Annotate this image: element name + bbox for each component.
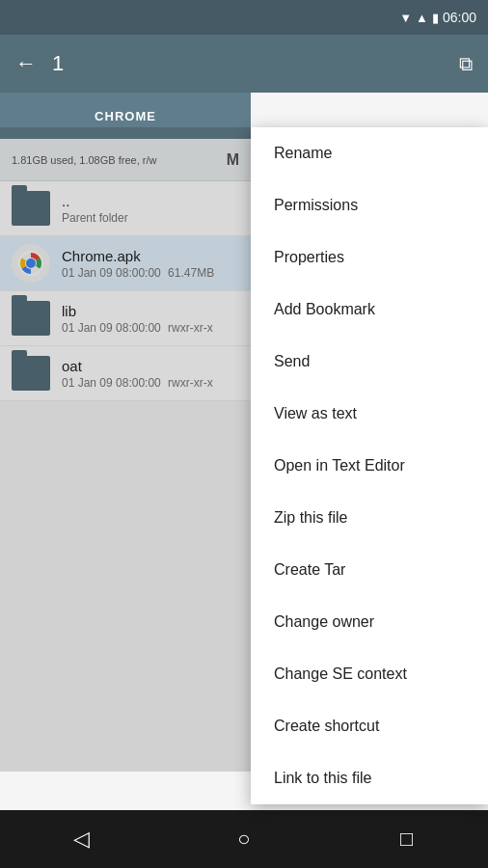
menu-item-create-shortcut[interactable]: Create shortcut <box>251 700 488 752</box>
signal-icon: ▲ <box>416 11 428 25</box>
wifi-icon: ▼ <box>399 11 412 25</box>
nav-bar: ◁ ○ □ <box>0 810 488 868</box>
status-icons: ▼ ▲ ▮ 06:00 <box>399 10 476 25</box>
status-bar: ▼ ▲ ▮ 06:00 <box>0 0 488 35</box>
battery-icon: ▮ <box>432 11 439 25</box>
menu-item-create-tar[interactable]: Create Tar <box>251 544 488 596</box>
app-bar-title: 1 <box>52 51 444 76</box>
copy-icon[interactable]: ⧉ <box>459 53 473 75</box>
menu-item-change-se-context[interactable]: Change SE context <box>251 648 488 700</box>
overlay <box>0 127 251 772</box>
menu-item-permissions[interactable]: Permissions <box>251 179 488 231</box>
menu-item-change-owner[interactable]: Change owner <box>251 596 488 648</box>
nav-home-button[interactable]: ○ <box>225 820 263 858</box>
menu-item-properties[interactable]: Properties <box>251 231 488 284</box>
menu-item-rename[interactable]: Rename <box>251 127 488 179</box>
menu-item-view-as-text[interactable]: View as text <box>251 388 488 440</box>
status-time: 06:00 <box>443 10 476 25</box>
section-title: CHROME <box>95 109 156 123</box>
menu-item-link-to-file[interactable]: Link to this file <box>251 752 488 804</box>
menu-item-open-in-text-editor[interactable]: Open in Text Editor <box>251 440 488 492</box>
nav-recent-button[interactable]: □ <box>388 820 426 858</box>
app-bar: ← 1 ⧉ <box>0 35 488 93</box>
menu-item-add-bookmark[interactable]: Add Bookmark <box>251 284 488 336</box>
menu-item-zip[interactable]: Zip this file <box>251 492 488 544</box>
back-button[interactable]: ← <box>15 51 37 76</box>
nav-back-button[interactable]: ◁ <box>62 820 100 858</box>
context-menu: Rename Permissions Properties Add Bookma… <box>251 127 488 804</box>
menu-item-send[interactable]: Send <box>251 336 488 388</box>
